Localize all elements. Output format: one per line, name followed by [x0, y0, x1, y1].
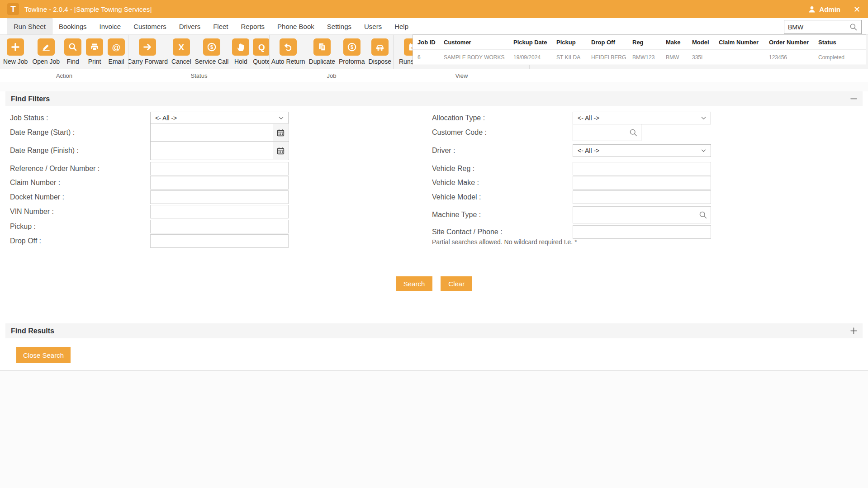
reference-order-number-input[interactable]: [150, 162, 289, 175]
tab-drivers[interactable]: Drivers: [173, 18, 207, 34]
duplicate-button[interactable]: Duplicate: [309, 38, 335, 69]
job-status-label: Job Status :: [10, 114, 150, 122]
cell-reg: BMW123: [628, 54, 661, 61]
tab-users[interactable]: Users: [358, 18, 388, 34]
search-icon[interactable]: [698, 210, 707, 219]
drop-off-input[interactable]: [150, 234, 289, 248]
hold-button[interactable]: Hold: [232, 38, 249, 69]
new-job-button[interactable]: New Job: [3, 38, 28, 69]
plus-icon: [850, 327, 857, 334]
calendar-picker-button[interactable]: [273, 124, 288, 141]
cell-customer: SAMPLE BODY WORKS: [439, 54, 509, 61]
global-search-value: BMW: [788, 24, 803, 31]
close-icon: [853, 5, 861, 13]
column-pickup: Pickup: [552, 39, 587, 46]
vehicle-model-input[interactable]: [573, 190, 711, 204]
claim-number-row: Claim Number :: [10, 176, 289, 190]
hand-icon: [235, 42, 246, 52]
search-icon[interactable]: [629, 128, 638, 137]
carry-forward-button[interactable]: Carry Forward: [128, 38, 168, 69]
tab-help[interactable]: Help: [388, 18, 415, 34]
vin-number-input[interactable]: [150, 205, 289, 218]
car-dollar-icon: $: [375, 42, 385, 52]
tab-bookings[interactable]: Bookings: [52, 18, 93, 34]
job-status-select[interactable]: <- All ->: [150, 112, 289, 124]
ribbon-group-labels: Action Status Job View: [0, 69, 868, 82]
dispose-button[interactable]: $ Dispose: [369, 38, 392, 69]
reference-order-number-label: Reference / Order Number :: [10, 165, 150, 173]
service-call-button[interactable]: $ Service Call: [195, 38, 229, 69]
app-window: T Towline - 2.0.4 - [Sample Towing Servi…: [0, 0, 868, 488]
site-contact-phone-row: Site Contact / Phone :: [432, 225, 711, 239]
tab-invoice[interactable]: Invoice: [93, 18, 128, 34]
customer-code-input[interactable]: [573, 124, 641, 141]
wildcard-note: Partial searches allowed. No wildcard re…: [432, 238, 577, 246]
tab-fleet[interactable]: Fleet: [207, 18, 234, 34]
date-range-finish-input[interactable]: [150, 141, 289, 160]
job-status-row: Job Status : <- All ->: [10, 112, 289, 124]
user-label: Admin: [819, 5, 840, 13]
quote-button[interactable]: Q Quote: [253, 38, 270, 69]
docket-number-input[interactable]: [150, 190, 289, 204]
column-model: Model: [688, 39, 714, 46]
proforma-button[interactable]: $ Proforma: [339, 38, 365, 69]
chevron-down-icon: [701, 149, 706, 152]
open-job-button[interactable]: Open Job: [32, 38, 60, 69]
email-button[interactable]: @ Email: [108, 38, 125, 69]
ribbon-group-label-job: Job: [270, 69, 394, 82]
close-search-button[interactable]: Close Search: [16, 347, 71, 363]
find-filters-header: Find Filters: [5, 91, 863, 106]
search-icon[interactable]: [849, 23, 858, 31]
cancel-button[interactable]: X Cancel: [171, 38, 191, 69]
driver-select[interactable]: <- All ->: [573, 144, 711, 157]
cell-make: BMW: [661, 54, 688, 61]
ribbon-group-job: Auto Return Duplicate $ Proforma $ Dispo…: [270, 35, 394, 69]
column-order-number: Order Number: [764, 39, 814, 46]
window-title: Towline - 2.0.4 - [Sample Towing Service…: [24, 5, 152, 13]
machine-type-input[interactable]: [573, 206, 711, 223]
tab-customers[interactable]: Customers: [127, 18, 173, 34]
calendar-picker-button[interactable]: [273, 142, 288, 159]
vehicle-reg-input[interactable]: [573, 162, 711, 175]
column-customer: Customer: [439, 39, 509, 46]
q-icon: Q: [258, 43, 265, 52]
user-menu[interactable]: Admin: [808, 5, 840, 13]
tab-reports[interactable]: Reports: [235, 18, 271, 34]
claim-number-input[interactable]: [150, 176, 289, 190]
job-status-value: <- All ->: [155, 114, 177, 122]
allocation-type-value: <- All ->: [578, 114, 599, 122]
tab-settings[interactable]: Settings: [321, 18, 358, 34]
allocation-type-select[interactable]: <- All ->: [573, 112, 711, 124]
collapse-button[interactable]: [850, 98, 857, 99]
vehicle-model-row: Vehicle Model :: [432, 190, 711, 204]
search-button[interactable]: Search: [396, 276, 433, 291]
svg-text:$: $: [351, 44, 353, 50]
global-search-input[interactable]: BMW: [784, 20, 862, 34]
tab-phone-book[interactable]: Phone Book: [271, 18, 321, 34]
ribbon-group-label-view: View: [394, 69, 530, 82]
machine-type-row: Machine Type :: [432, 206, 711, 223]
pickup-input[interactable]: [150, 220, 289, 233]
find-filters-form: Job Status : <- All -> Date Range (Start…: [5, 106, 863, 272]
expand-button[interactable]: [850, 327, 857, 334]
clear-button[interactable]: Clear: [441, 276, 472, 291]
tab-run-sheet[interactable]: Run Sheet: [7, 18, 52, 34]
allocation-type-row: Allocation Type : <- All ->: [432, 112, 711, 124]
vehicle-make-input[interactable]: [573, 176, 711, 190]
site-contact-phone-input[interactable]: [573, 225, 711, 239]
print-button[interactable]: Print: [86, 38, 103, 69]
dollar-circle-icon: $: [346, 42, 357, 52]
auto-return-button[interactable]: Auto Return: [271, 38, 305, 69]
svg-text:$: $: [379, 47, 380, 50]
filter-actions: Search Clear: [5, 272, 863, 303]
date-range-start-label: Date Range (Start) :: [10, 128, 150, 137]
date-range-start-input[interactable]: [150, 123, 289, 142]
date-range-start-row: Date Range (Start) :: [10, 123, 289, 142]
pickup-row: Pickup :: [10, 220, 289, 233]
close-button[interactable]: [853, 5, 861, 13]
result-row[interactable]: 6 SAMPLE BODY WORKS 19/09/2024 ST KILDA …: [413, 50, 866, 65]
cell-job-id: 6: [413, 54, 439, 61]
customer-code-row: Customer Code :: [432, 124, 641, 141]
titlebar: T Towline - 2.0.4 - [Sample Towing Servi…: [0, 0, 868, 18]
find-button[interactable]: Find: [64, 38, 81, 69]
